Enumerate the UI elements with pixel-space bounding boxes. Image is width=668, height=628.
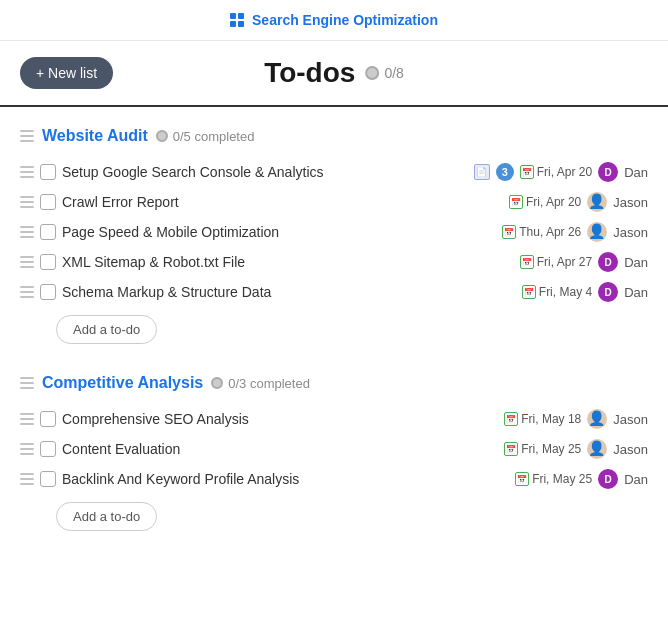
- table-row: XML Sitemap & Robot.txt File 📅 Fri, Apr …: [16, 247, 652, 277]
- page-progress: 0/8: [365, 65, 403, 81]
- date-chip: 📅 Fri, May 4: [522, 285, 592, 299]
- section-competitive-analysis: Competitive Analysis 0/3 completed Compr…: [16, 374, 652, 531]
- table-row: Schema Markup & Structure Data 📅 Fri, Ma…: [16, 277, 652, 307]
- add-todo-button[interactable]: Add a to-do: [56, 502, 157, 531]
- grid-icon: [230, 13, 244, 27]
- date-chip: 📅 Fri, May 18: [504, 412, 581, 426]
- todo-checkbox[interactable]: [40, 254, 56, 270]
- page-header: + New list To-dos 0/8: [0, 41, 668, 107]
- calendar-icon: 📅: [504, 442, 518, 456]
- section-progress: 0/3 completed: [211, 376, 310, 391]
- drag-handle[interactable]: [20, 196, 34, 208]
- comment-badge: 3: [496, 163, 514, 181]
- todo-checkbox[interactable]: [40, 224, 56, 240]
- todo-checkbox[interactable]: [40, 411, 56, 427]
- avatar: D: [598, 282, 618, 302]
- section-progress: 0/5 completed: [156, 129, 255, 144]
- todo-label-meta: Crawl Error Report 📅 Fri, Apr 20 Jason: [62, 192, 648, 212]
- table-row: Backlink And Keyword Profile Analysis 📅 …: [16, 464, 652, 494]
- new-list-button[interactable]: + New list: [20, 57, 113, 89]
- table-row: Content Evaluation 📅 Fri, May 25 Jason: [16, 434, 652, 464]
- drag-handle[interactable]: [20, 256, 34, 268]
- todo-checkbox[interactable]: [40, 284, 56, 300]
- page-progress-text: 0/8: [384, 65, 403, 81]
- assignee-name: Dan: [624, 165, 648, 180]
- drag-handle[interactable]: [20, 226, 34, 238]
- section-header: Competitive Analysis 0/3 completed: [16, 374, 652, 392]
- assignee-name: Dan: [624, 472, 648, 487]
- drag-handle[interactable]: [20, 377, 34, 389]
- drag-handle[interactable]: [20, 286, 34, 298]
- section-progress-dot: [156, 130, 168, 142]
- table-row: Comprehensive SEO Analysis 📅 Fri, May 18…: [16, 404, 652, 434]
- drag-handle[interactable]: [20, 473, 34, 485]
- todo-checkbox[interactable]: [40, 164, 56, 180]
- calendar-icon: 📅: [520, 165, 534, 179]
- date-chip: 📅 Fri, Apr 27: [520, 255, 592, 269]
- todo-text: Schema Markup & Structure Data: [62, 284, 516, 300]
- calendar-icon: 📅: [502, 225, 516, 239]
- section-progress-text: 0/5 completed: [173, 129, 255, 144]
- calendar-icon: 📅: [520, 255, 534, 269]
- section-progress-text: 0/3 completed: [228, 376, 310, 391]
- todo-label-meta: Schema Markup & Structure Data 📅 Fri, Ma…: [62, 282, 648, 302]
- todo-checkbox[interactable]: [40, 471, 56, 487]
- todo-label-meta: Content Evaluation 📅 Fri, May 25 Jason: [62, 439, 648, 459]
- date-chip: 📅 Fri, Apr 20: [520, 165, 592, 179]
- avatar: [587, 222, 607, 242]
- drag-handle[interactable]: [20, 413, 34, 425]
- assignee-name: Dan: [624, 285, 648, 300]
- todo-text: Comprehensive SEO Analysis: [62, 411, 498, 427]
- main-content: Website Audit 0/5 completed Setup Google…: [0, 107, 668, 581]
- section-title[interactable]: Website Audit: [42, 127, 148, 145]
- top-header: Search Engine Optimization: [0, 0, 668, 41]
- calendar-icon: 📅: [504, 412, 518, 426]
- assignee-name: Jason: [613, 195, 648, 210]
- assignee-name: Jason: [613, 442, 648, 457]
- drag-handle[interactable]: [20, 166, 34, 178]
- assignee-name: Dan: [624, 255, 648, 270]
- avatar: [587, 409, 607, 429]
- todo-label-meta: Comprehensive SEO Analysis 📅 Fri, May 18…: [62, 409, 648, 429]
- table-row: Crawl Error Report 📅 Fri, Apr 20 Jason: [16, 187, 652, 217]
- assignee-name: Jason: [613, 412, 648, 427]
- drag-handle[interactable]: [20, 443, 34, 455]
- todo-checkbox[interactable]: [40, 441, 56, 457]
- todo-checkbox[interactable]: [40, 194, 56, 210]
- todo-label-meta: Page Speed & Mobile Optimization 📅 Thu, …: [62, 222, 648, 242]
- calendar-icon: 📅: [522, 285, 536, 299]
- section-header: Website Audit 0/5 completed: [16, 127, 652, 145]
- table-row: Setup Google Search Console & Analytics …: [16, 157, 652, 187]
- assignee-name: Jason: [613, 225, 648, 240]
- calendar-icon: 📅: [509, 195, 523, 209]
- add-todo-button[interactable]: Add a to-do: [56, 315, 157, 344]
- todo-label-meta: Setup Google Search Console & Analytics …: [62, 162, 648, 182]
- section-website-audit: Website Audit 0/5 completed Setup Google…: [16, 127, 652, 344]
- date-chip: 📅 Fri, Apr 20: [509, 195, 581, 209]
- document-icon: 📄: [474, 164, 490, 180]
- avatar: D: [598, 162, 618, 182]
- date-chip: 📅 Fri, May 25: [504, 442, 581, 456]
- drag-handle[interactable]: [20, 130, 34, 142]
- todo-text: Backlink And Keyword Profile Analysis: [62, 471, 509, 487]
- todo-text: Setup Google Search Console & Analytics: [62, 164, 468, 180]
- todo-text: XML Sitemap & Robot.txt File: [62, 254, 514, 270]
- date-chip: 📅 Fri, May 25: [515, 472, 592, 486]
- todo-text: Content Evaluation: [62, 441, 498, 457]
- todo-text: Page Speed & Mobile Optimization: [62, 224, 496, 240]
- table-row: Page Speed & Mobile Optimization 📅 Thu, …: [16, 217, 652, 247]
- page-title-area: To-dos 0/8: [264, 57, 404, 89]
- calendar-icon: 📅: [515, 472, 529, 486]
- section-title[interactable]: Competitive Analysis: [42, 374, 203, 392]
- todo-text: Crawl Error Report: [62, 194, 503, 210]
- avatar: D: [598, 252, 618, 272]
- avatar: [587, 439, 607, 459]
- todo-label-meta: XML Sitemap & Robot.txt File 📅 Fri, Apr …: [62, 252, 648, 272]
- todo-label-meta: Backlink And Keyword Profile Analysis 📅 …: [62, 469, 648, 489]
- avatar: D: [598, 469, 618, 489]
- page-title: To-dos: [264, 57, 355, 89]
- project-link[interactable]: Search Engine Optimization: [252, 12, 438, 28]
- section-progress-dot: [211, 377, 223, 389]
- avatar: [587, 192, 607, 212]
- progress-dot: [365, 66, 379, 80]
